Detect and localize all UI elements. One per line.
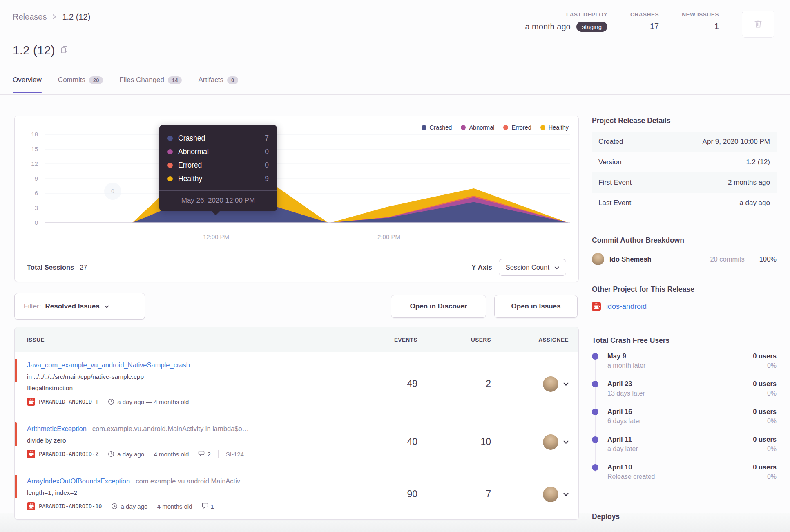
author-commit-count: 20 commits [710, 255, 744, 263]
deploys-heading: Deploys [592, 512, 777, 521]
legend-healthy-label: Healthy [549, 124, 569, 131]
issue-title-link[interactable]: ArithmeticException [27, 425, 87, 433]
timeline-dot-icon [592, 381, 598, 387]
chevron-down-icon[interactable] [563, 438, 569, 446]
issue-age: a day ago — 4 months old [117, 398, 189, 405]
project-slug[interactable]: PARANOID-ANDROID-Z [39, 451, 98, 457]
tooltip-arrow [212, 211, 220, 215]
chevron-down-icon[interactable] [563, 380, 569, 388]
unhandled-indicator-bar [15, 475, 17, 498]
comment-icon [198, 450, 205, 458]
breadcrumb: Releases 1.2 (12) [13, 12, 90, 22]
other-project-link[interactable]: idos-android [606, 302, 647, 311]
linked-ticket[interactable]: SI-124 [226, 451, 244, 458]
svg-text:0: 0 [111, 188, 114, 194]
tooltip-row-healthy: Healthy 9 [167, 172, 269, 186]
svg-text:9: 9 [35, 175, 38, 182]
legend-item-healthy[interactable]: Healthy [540, 124, 569, 131]
breadcrumb-releases-link[interactable]: Releases [13, 12, 47, 22]
unhandled-indicator-bar [15, 359, 17, 382]
tab-bar-border [0, 94, 790, 95]
stat-crashes: CRASHES 17 [630, 11, 659, 31]
issue-title-link[interactable]: Java_com_example_vu_android_NativeSample… [27, 361, 190, 369]
timeline-entry: May 9 0 users a month later 0% [592, 352, 777, 380]
issue-row: ArithmeticException com.example.vu.andro… [15, 416, 578, 468]
healthy-dot-icon [167, 176, 173, 181]
timeline-entry: April 11 0 users a day later 0% [592, 436, 777, 463]
column-issue: ISSUE [27, 337, 356, 343]
comments-chip[interactable]: 1 [202, 503, 214, 510]
comment-icon [202, 503, 208, 510]
legend-item-crashed[interactable]: Crashed [422, 124, 452, 131]
users-count: 10 [417, 436, 491, 447]
last-deploy-value: a month ago [525, 22, 570, 31]
meta-divider [218, 450, 219, 458]
open-in-discover-button[interactable]: Open in Discover [391, 295, 486, 318]
legend-item-abnormal[interactable]: Abnormal [461, 124, 494, 131]
tab-overview[interactable]: Overview [13, 76, 42, 93]
comments-chip[interactable]: 2 [198, 450, 210, 458]
project-slug[interactable]: PARANOID-ANDROID-T [39, 398, 98, 405]
svg-text:0: 0 [35, 219, 38, 226]
chevron-down-icon[interactable] [563, 491, 569, 498]
commit-author-row: Ido Shemesh 20 commits 100% [592, 253, 777, 265]
legend-item-errored[interactable]: Errored [503, 124, 531, 131]
events-count: 90 [356, 489, 417, 500]
author-name: Ido Shemesh [609, 255, 710, 263]
issue-title-link[interactable]: ArrayIndexOutOfBoundsException [27, 477, 130, 485]
errored-dot-icon [503, 125, 508, 130]
errored-dot-icon [167, 163, 173, 168]
svg-text:12: 12 [31, 160, 38, 167]
yaxis-select[interactable]: Session Count [499, 259, 566, 276]
filter-value: Resolved Issues [45, 302, 100, 311]
new-issues-label: NEW ISSUES [682, 11, 719, 18]
issues-filter-dropdown[interactable]: Filter: Resolved Issues [14, 293, 145, 320]
other-project-heading: Other Project for This Release [592, 285, 777, 294]
chevron-down-icon [554, 264, 559, 271]
svg-text:18: 18 [31, 131, 38, 138]
assignee-avatar[interactable] [543, 376, 558, 392]
release-details-table: Created Apr 9, 2020 10:00 PM Version 1.2… [592, 132, 777, 213]
timeline-entry: April 10 0 users Release created 0% [592, 463, 777, 491]
stat-last-deploy: LAST DEPLOY a month ago staging [525, 11, 607, 32]
tab-files-changed-badge: 14 [168, 76, 182, 84]
author-percent: 100% [759, 255, 777, 263]
tab-commits[interactable]: Commits 20 [58, 76, 103, 93]
column-users: USERS [417, 337, 491, 343]
tab-overview-label: Overview [13, 76, 42, 84]
crash-free-timeline: May 9 0 users a month later 0% April 23 … [592, 352, 777, 491]
tab-files-changed[interactable]: Files Changed 14 [119, 76, 182, 93]
issue-message: length=1; index=2 [27, 489, 356, 496]
stacked-area-chart[interactable]: 0369121518012:00 PM2:00 PM [15, 116, 578, 253]
svg-text:2:00 PM: 2:00 PM [377, 233, 400, 240]
tab-artifacts-label: Artifacts [198, 76, 223, 84]
svg-text:15: 15 [31, 145, 38, 152]
crashed-dot-icon [422, 125, 426, 130]
events-count: 49 [356, 378, 417, 389]
delete-release-button[interactable] [742, 11, 774, 38]
header-stats: LAST DEPLOY a month ago staging CRASHES … [525, 11, 774, 38]
clock-icon [108, 398, 114, 405]
chevron-down-icon [104, 302, 109, 311]
open-in-issues-button[interactable]: Open in Issues [494, 295, 578, 318]
tooltip-row-crashed: Crashed 7 [167, 132, 269, 145]
breadcrumb-current: 1.2 (12) [62, 12, 90, 22]
crashed-dot-icon [167, 136, 173, 141]
assignee-avatar[interactable] [543, 434, 558, 450]
legend-abnormal-label: Abnormal [469, 124, 494, 131]
copy-version-button[interactable] [60, 46, 68, 55]
session-health-chart-card: Crashed Abnormal Errored Healthy 0369121… [14, 116, 579, 282]
timeline-dot-icon [592, 436, 598, 443]
java-project-icon [27, 502, 35, 510]
issue-location: in ../../../../src/main/cpp/native-sampl… [27, 373, 356, 380]
legend-crashed-label: Crashed [430, 124, 452, 131]
java-project-icon [27, 450, 35, 458]
project-slug[interactable]: PARANOID-ANDROID-10 [39, 503, 102, 510]
assignee-avatar[interactable] [543, 487, 558, 502]
comment-count: 1 [211, 503, 214, 510]
tab-artifacts[interactable]: Artifacts 0 [198, 76, 238, 93]
java-project-icon [27, 398, 35, 406]
tab-artifacts-badge: 0 [227, 76, 238, 84]
chart-legend: Crashed Abnormal Errored Healthy [422, 124, 569, 131]
chart-footer: Total Sessions 27 Y-Axis Session Count [15, 253, 578, 282]
